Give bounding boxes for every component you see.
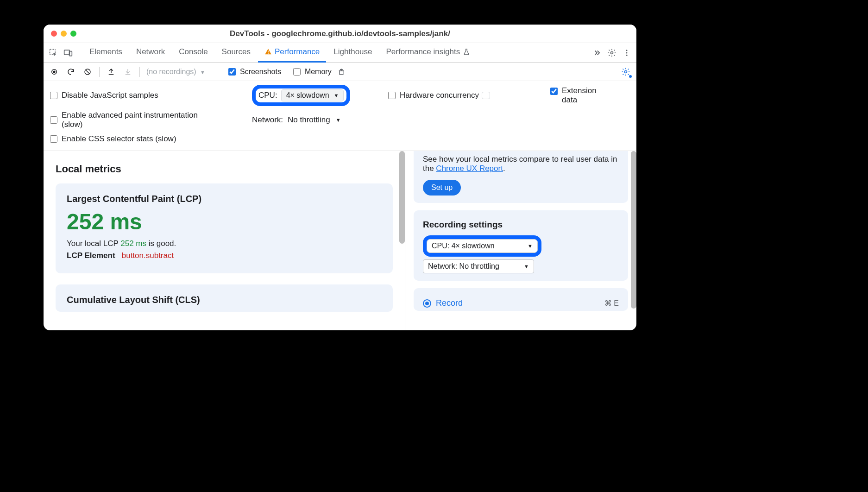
device-toolbar-icon[interactable] (61, 46, 75, 60)
more-tabs-icon[interactable] (590, 46, 604, 60)
record-shortcut: ⌘ E (604, 299, 619, 308)
tab-label: Performance (275, 47, 320, 57)
screenshots-checkbox[interactable]: Screenshots (226, 67, 281, 77)
cls-title: Cumulative Layout Shift (CLS) (67, 295, 382, 305)
upload-icon[interactable] (104, 65, 118, 79)
record-icon[interactable] (47, 65, 61, 79)
enable-css-input[interactable] (50, 135, 57, 143)
checkbox-label: Enable CSS selector stats (slow) (62, 134, 176, 144)
text: is good. (146, 239, 176, 248)
record-label: Record (436, 298, 463, 308)
tab-label: Elements (89, 47, 122, 57)
hardware-concurrency-row[interactable]: Hardware concurrency (386, 90, 544, 101)
right-pane[interactable]: See how your local metrics compare to re… (405, 151, 636, 330)
lcp-description: Your local LCP 252 ms is good. (67, 239, 382, 248)
lcp-element-value[interactable]: button.subtract (122, 251, 174, 260)
lcp-value: 252 ms (67, 209, 382, 234)
tab-label: Performance insights (386, 47, 460, 57)
checkbox-label: Disable JavaScript samples (62, 91, 158, 100)
recordings-dropdown[interactable]: (no recordings) ▼ (145, 68, 207, 76)
field-data-description: See how your local metrics compare to re… (423, 155, 619, 173)
inspect-element-icon[interactable] (46, 46, 60, 60)
highlight-cpu-throttle: CPU: 4× slowdown ▼ (252, 85, 350, 106)
checkbox-label: Memory (305, 68, 332, 76)
memory-input[interactable] (293, 68, 301, 76)
warning-icon (264, 48, 272, 56)
minimize-window-button[interactable] (61, 31, 67, 37)
network-throttle-select[interactable]: No throttling ▼ (288, 115, 341, 125)
enable-paint-input[interactable] (50, 116, 57, 124)
record-row[interactable]: Record ⌘ E (423, 298, 619, 308)
download-icon[interactable] (121, 65, 135, 79)
tab-sources[interactable]: Sources (215, 43, 257, 63)
performance-toolbar: (no recordings) ▼ Screenshots Memory (44, 63, 636, 81)
flask-icon (463, 48, 470, 56)
titlebar: DevTools - googlechrome.github.io/devtoo… (44, 25, 636, 43)
tab-network[interactable]: Network (130, 43, 171, 63)
lcp-card: Largest Contentful Paint (LCP) 252 ms Yo… (56, 183, 393, 273)
scrollbar[interactable] (399, 151, 405, 244)
tab-elements[interactable]: Elements (83, 43, 129, 63)
network-throttle-row: Network: No throttling ▼ (252, 115, 382, 125)
maximize-window-button[interactable] (70, 31, 76, 37)
scrollbar[interactable] (631, 151, 636, 309)
text: . (503, 164, 505, 173)
tab-label: Sources (222, 47, 251, 57)
cpu-throttle-select-right[interactable]: CPU: 4× slowdown ▼ (427, 239, 538, 253)
close-window-button[interactable] (51, 31, 57, 37)
chrome-ux-report-link[interactable]: Chrome UX Report (436, 164, 503, 173)
tab-performance-insights[interactable]: Performance insights (380, 43, 477, 63)
tab-label: Network (136, 47, 165, 57)
reload-record-icon[interactable] (64, 65, 78, 79)
separator (79, 48, 79, 58)
svg-point-12 (625, 70, 627, 73)
tab-performance[interactable]: Performance (258, 43, 326, 63)
panel-tabs: Elements Network Console Sources Perform… (44, 43, 636, 63)
svg-rect-4 (268, 53, 268, 54)
enable-css-checkbox[interactable]: Enable CSS selector stats (slow) (48, 134, 247, 144)
lcp-element-label: LCP Element (67, 251, 115, 260)
disable-js-samples-input[interactable] (50, 92, 57, 99)
chevron-down-icon: ▼ (528, 243, 533, 249)
svg-rect-1 (64, 50, 70, 55)
devtools-window: DevTools - googlechrome.github.io/devtoo… (44, 25, 636, 330)
network-label: Network: (252, 115, 283, 125)
chevron-down-icon: ▼ (200, 69, 205, 75)
cpu-throttle-row: CPU: 4× slowdown ▼ (252, 85, 382, 106)
lcp-title: Largest Contentful Paint (LCP) (67, 194, 382, 204)
disable-js-samples-checkbox[interactable]: Disable JavaScript samples (48, 90, 247, 101)
record-card: Record ⌘ E (414, 288, 628, 311)
select-value: 4× slowdown (286, 91, 329, 100)
chevron-down-icon: ▼ (334, 93, 339, 98)
chevron-down-icon: ▼ (336, 117, 341, 123)
kebab-menu-icon[interactable] (620, 46, 634, 60)
screenshots-input[interactable] (228, 68, 236, 76)
svg-rect-3 (268, 50, 268, 52)
svg-point-8 (626, 54, 628, 56)
tab-lighthouse[interactable]: Lighthouse (327, 43, 378, 63)
extension-data-checkbox[interactable]: Extension data (548, 86, 632, 105)
extension-data-input[interactable] (550, 88, 558, 95)
window-title: DevTools - googlechrome.github.io/devtoo… (44, 29, 636, 38)
tab-console[interactable]: Console (172, 43, 214, 63)
hardware-concurrency-input[interactable] (482, 92, 490, 99)
hardware-concurrency-checkbox[interactable] (388, 92, 396, 99)
recording-settings-heading: Recording settings (423, 220, 619, 230)
collect-garbage-icon[interactable] (334, 65, 348, 79)
clear-icon[interactable] (81, 65, 94, 79)
local-metrics-pane[interactable]: Local metrics Largest Contentful Paint (… (44, 151, 405, 330)
network-throttle-select-right[interactable]: Network: No throttling ▼ (423, 259, 534, 273)
memory-checkbox[interactable]: Memory (291, 67, 332, 77)
setup-button[interactable]: Set up (423, 180, 461, 196)
separator (99, 67, 100, 77)
select-value: CPU: 4× slowdown (432, 242, 495, 250)
text: Your local LCP (67, 239, 120, 248)
svg-point-5 (611, 51, 613, 54)
enable-paint-checkbox[interactable]: Enable advanced paint instrumentation (s… (48, 111, 247, 129)
capture-settings-gear-icon[interactable] (619, 65, 633, 79)
tab-label: Console (179, 47, 208, 57)
svg-point-6 (626, 50, 628, 51)
settings-gear-icon[interactable] (605, 46, 619, 60)
record-radio-icon (423, 299, 431, 308)
cpu-throttle-select[interactable]: 4× slowdown ▼ (281, 89, 344, 101)
